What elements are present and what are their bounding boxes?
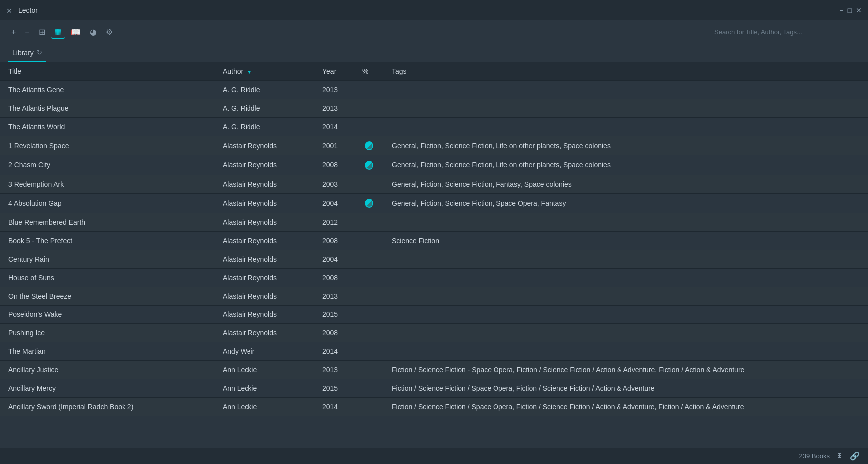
table-row[interactable]: Ancillary MercyAnn Leckie2015Fiction / S… (0, 379, 868, 397)
table-row[interactable]: The MartianAndy Weir2014 (0, 342, 868, 360)
book-tags-cell (384, 250, 868, 268)
book-pct-cell (354, 231, 384, 250)
window-close-icon[interactable]: ✕ (6, 7, 13, 14)
table-row[interactable]: Pushing IceAlastair Reynolds2008 (0, 323, 868, 342)
book-tags-cell: General, Fiction, Science Fiction, Life … (384, 136, 868, 155)
statusbar: 239 Books 👁 🔗 (0, 448, 868, 464)
book-title-cell: House of Suns (0, 268, 215, 287)
remove-button[interactable]: − (22, 26, 32, 38)
book-pct-cell (354, 397, 384, 416)
book-year-cell: 2014 (314, 342, 354, 360)
book-pct-cell (354, 287, 384, 305)
book-pct-cell (354, 99, 384, 118)
eye-icon[interactable]: 👁 (836, 452, 844, 461)
book-tags-cell: General, Fiction, Science Fiction, Life … (384, 155, 868, 175)
table-row[interactable]: On the Steel BreezeAlastair Reynolds2013 (0, 287, 868, 305)
book-author-cell: Alastair Reynolds (215, 305, 314, 323)
book-year-cell: 2014 (314, 118, 354, 136)
col-header-author[interactable]: Author ▼ (215, 62, 314, 81)
book-count: 239 Books (799, 452, 830, 460)
book-author-cell: Ann Leckie (215, 379, 314, 397)
book-tags-cell (384, 213, 868, 231)
book-pct-cell (354, 136, 384, 155)
book-tags-cell (384, 342, 868, 360)
book-title-cell: Ancillary Justice (0, 360, 215, 379)
book-tags-cell: Fiction / Science Fiction / Space Opera,… (384, 397, 868, 416)
book-year-cell: 2012 (314, 213, 354, 231)
table-row[interactable]: 2 Chasm CityAlastair Reynolds2008General… (0, 155, 868, 175)
table-row[interactable]: House of SunsAlastair Reynolds2008 (0, 268, 868, 287)
book-author-cell: Andy Weir (215, 342, 314, 360)
grid-view-button[interactable]: ⊞ (36, 26, 48, 38)
book-pct-cell (354, 118, 384, 136)
table-row[interactable]: The Atlantis GeneA. G. Riddle2013 (0, 81, 868, 99)
book-author-cell: Ann Leckie (215, 397, 314, 416)
table-row[interactable]: 3 Redemption ArkAlastair Reynolds2003Gen… (0, 175, 868, 193)
book-tags-cell (384, 268, 868, 287)
table-row[interactable]: Book 5 - The PrefectAlastair Reynolds200… (0, 231, 868, 250)
book-title-cell: Blue Remembered Earth (0, 213, 215, 231)
book-pct-cell (354, 81, 384, 99)
book-pct-cell (354, 268, 384, 287)
list-view-button[interactable]: ▦ (51, 26, 65, 39)
table-row[interactable]: The Atlantis PlagueA. G. Riddle2013 (0, 99, 868, 118)
author-sort-indicator: ▼ (247, 69, 252, 75)
book-author-cell: Alastair Reynolds (215, 268, 314, 287)
book-tags-cell: General, Fiction, Science Fiction, Space… (384, 193, 868, 213)
col-header-pct[interactable]: % (354, 62, 384, 81)
progress-circle-icon (365, 199, 373, 208)
col-header-year[interactable]: Year (314, 62, 354, 81)
col-header-title[interactable]: Title (0, 62, 215, 81)
book-title-cell: The Atlantis Gene (0, 81, 215, 99)
book-title-cell: Century Rain (0, 250, 215, 268)
settings-button[interactable]: ⚙ (103, 26, 116, 38)
book-title-cell: The Martian (0, 342, 215, 360)
book-author-cell: Alastair Reynolds (215, 250, 314, 268)
table-row[interactable]: Ancillary Sword (Imperial Radch Book 2)A… (0, 397, 868, 416)
app-title: Lector (18, 6, 839, 14)
book-tags-cell (384, 118, 868, 136)
book-pct-cell (354, 193, 384, 213)
book-year-cell: 2004 (314, 193, 354, 213)
book-pct-cell (354, 342, 384, 360)
table-row[interactable]: 1 Revelation SpaceAlastair Reynolds2001G… (0, 136, 868, 155)
theme-button[interactable]: ◕ (87, 26, 100, 38)
book-tags-cell (384, 287, 868, 305)
search-input[interactable] (710, 26, 860, 38)
titlebar: ✕ Lector − □ ✕ (0, 0, 868, 20)
book-year-cell: 2014 (314, 397, 354, 416)
table-row[interactable]: The Atlantis WorldA. G. Riddle2014 (0, 118, 868, 136)
refresh-icon[interactable]: ↻ (37, 49, 42, 56)
progress-circle-icon (365, 161, 373, 170)
book-pct-cell (354, 155, 384, 175)
add-button[interactable]: + (8, 26, 19, 38)
link-icon[interactable]: 🔗 (850, 451, 860, 461)
col-header-tags[interactable]: Tags (384, 62, 868, 81)
window-controls: − □ ✕ (839, 6, 862, 14)
table-row[interactable]: Poseidon's WakeAlastair Reynolds2015 (0, 305, 868, 323)
book-title-cell: 1 Revelation Space (0, 136, 215, 155)
window-maximize-icon[interactable]: □ (848, 6, 852, 14)
book-year-cell: 2013 (314, 81, 354, 99)
table-row[interactable]: Blue Remembered EarthAlastair Reynolds20… (0, 213, 868, 231)
book-author-cell: A. G. Riddle (215, 81, 314, 99)
window-close-icon2[interactable]: ✕ (856, 6, 862, 14)
book-title-cell: Pushing Ice (0, 323, 215, 342)
book-title-cell: The Atlantis Plague (0, 99, 215, 118)
book-author-cell: A. G. Riddle (215, 118, 314, 136)
book-view-button[interactable]: 📖 (68, 26, 84, 38)
window-minimize-icon[interactable]: − (839, 6, 843, 14)
book-title-cell: 2 Chasm City (0, 155, 215, 175)
book-year-cell: 2013 (314, 99, 354, 118)
progress-circle-icon (365, 141, 373, 150)
table-row[interactable]: 4 Absolution GapAlastair Reynolds2004Gen… (0, 193, 868, 213)
library-tab[interactable]: Library ↻ (8, 44, 46, 62)
table-row[interactable]: Ancillary JusticeAnn Leckie2013Fiction /… (0, 360, 868, 379)
book-year-cell: 2008 (314, 268, 354, 287)
toolbar: + − ⊞ ▦ 📖 ◕ ⚙ (0, 20, 868, 44)
book-year-cell: 2015 (314, 305, 354, 323)
book-table-container[interactable]: Title Author ▼ Year % Tags The Atlantis … (0, 62, 868, 448)
book-pct-cell (354, 360, 384, 379)
book-title-cell: The Atlantis World (0, 118, 215, 136)
table-row[interactable]: Century RainAlastair Reynolds2004 (0, 250, 868, 268)
